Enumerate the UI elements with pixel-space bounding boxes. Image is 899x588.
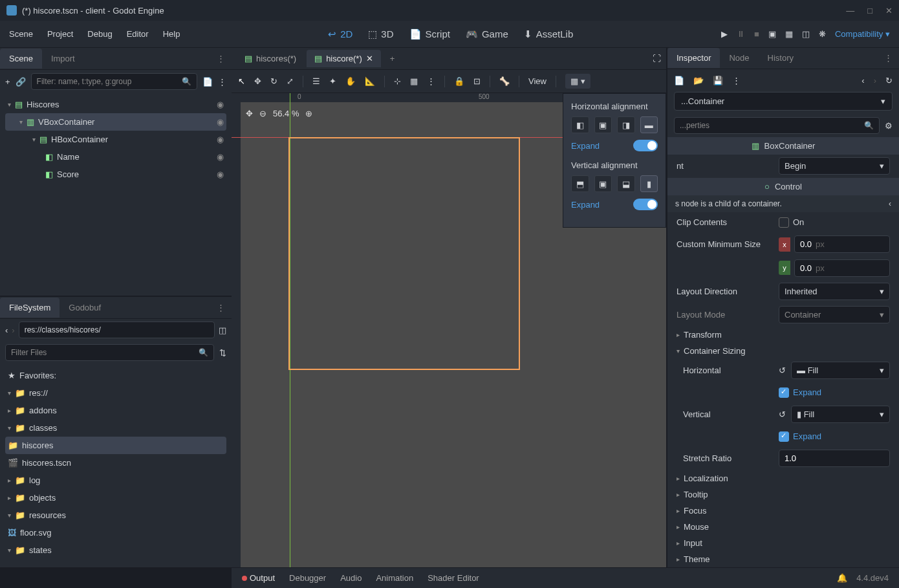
tab-godobuf[interactable]: Godobuf <box>60 298 110 318</box>
workspace-script[interactable]: 📄 Script <box>409 28 450 40</box>
path-input[interactable]: res://classes/hiscores/ <box>19 321 215 338</box>
h-align-center-icon[interactable]: ▣ <box>594 116 612 133</box>
scene-filter-input[interactable]: Filter: name, t:type, g:group🔍 <box>31 73 197 90</box>
bottom-debugger[interactable]: Debugger <box>289 573 326 583</box>
fs-classes[interactable]: ▾📁classes <box>5 419 226 437</box>
menu-project[interactable]: Project <box>47 29 73 39</box>
visibility-icon[interactable]: ◉ <box>217 169 224 179</box>
v-align-center-icon[interactable]: ▣ <box>594 175 612 192</box>
reset-icon[interactable]: ↺ <box>779 365 786 375</box>
grid-icon[interactable]: ▦ <box>410 76 418 86</box>
menu-editor[interactable]: Editor <box>127 29 149 39</box>
min-size-x-input[interactable]: 0.0px <box>794 235 890 253</box>
min-size-y-input[interactable]: 0.0px <box>794 259 890 277</box>
reset-icon[interactable]: ↺ <box>779 409 786 419</box>
insp-more-icon[interactable]: ⋮ <box>732 76 741 85</box>
fs-log[interactable]: ▸📁log <box>5 472 226 489</box>
group-icon[interactable]: ⊡ <box>473 76 481 86</box>
workspace-2d[interactable]: ↩ 2D <box>328 28 352 40</box>
tree-node-hiscores[interactable]: ▾▤Hiscores ◉ <box>5 96 226 113</box>
h-align-left-icon[interactable]: ◧ <box>571 116 589 133</box>
visibility-icon[interactable]: ◉ <box>217 135 224 144</box>
fs-states[interactable]: ▾📁states <box>5 541 226 559</box>
viewport-canvas[interactable]: 0 500 ✥ ⊖ 56.4 % ⊕ Horizontal alignment … <box>232 93 666 567</box>
v-align-fill-icon[interactable]: ▮ <box>640 175 658 192</box>
group-tooltip[interactable]: ▸Tooltip <box>667 486 899 503</box>
bottom-output[interactable]: Output <box>242 573 275 583</box>
more-icon[interactable]: ⋮ <box>218 77 226 87</box>
layout-mode-dropdown[interactable]: Container▾ <box>779 306 890 323</box>
split-icon[interactable]: ◫ <box>219 325 226 335</box>
filter-settings-icon[interactable]: ⚙ <box>885 121 893 131</box>
group-mouse[interactable]: ▸Mouse <box>667 519 899 535</box>
visibility-icon[interactable]: ◉ <box>217 152 224 162</box>
tree-node-name[interactable]: ◧Name ◉ <box>5 148 226 166</box>
link-icon[interactable]: 🔗 <box>16 77 26 87</box>
bottom-animation[interactable]: Animation <box>376 573 413 583</box>
fs-hiscores-tscn[interactable]: 🎬hiscores.tscn <box>5 454 226 472</box>
stop-icon[interactable]: ■ <box>754 29 759 39</box>
sizing-h-dropdown[interactable]: ▬ Fill▾ <box>791 362 890 379</box>
bottom-shader[interactable]: Shader Editor <box>428 573 479 583</box>
history-fwd-icon[interactable]: › <box>874 76 876 85</box>
zoom-out-icon[interactable]: ⊖ <box>259 109 266 118</box>
tab-filesystem[interactable]: FileSystem <box>0 298 60 318</box>
scale-tool-icon[interactable]: ⤢ <box>287 76 294 86</box>
move-tool-icon[interactable]: ✥ <box>254 76 261 86</box>
history-back-icon[interactable]: ‹ <box>861 76 864 85</box>
fs-filter-input[interactable]: Filter Files🔍 <box>5 344 214 361</box>
nav-fwd-icon[interactable]: › <box>12 325 14 335</box>
section-control[interactable]: ○Control <box>667 178 899 195</box>
sort-icon[interactable]: ⇅ <box>219 348 226 358</box>
v-expand-checkbox[interactable] <box>779 431 789 442</box>
selection-rect[interactable] <box>288 137 520 370</box>
new-resource-icon[interactable]: 📄 <box>674 76 684 85</box>
group-container-sizing[interactable]: ▾Container Sizing <box>667 343 899 359</box>
attach-script-icon[interactable]: 📄 <box>202 77 213 87</box>
menu-debug[interactable]: Debug <box>87 29 112 39</box>
workspace-3d[interactable]: ⬚ 3D <box>368 28 393 40</box>
pause-icon[interactable]: ⏸ <box>737 29 745 39</box>
section-boxcontainer[interactable]: ▥BoxContainer <box>667 137 899 155</box>
save-resource-icon[interactable]: 💾 <box>713 76 723 85</box>
node-type-select[interactable]: ...Container▾ <box>674 92 893 111</box>
fullscreen-icon[interactable]: ⛶ <box>653 54 661 63</box>
h-expand-toggle[interactable] <box>633 140 658 151</box>
play-icon[interactable]: ▶ <box>721 29 728 39</box>
tab-inspector[interactable]: Inspector <box>667 48 720 68</box>
file-tab-hiscore[interactable]: ▤hiscore(*)✕ <box>307 50 381 67</box>
anchor-preset-icon[interactable]: ▦ ▾ <box>565 74 590 89</box>
visibility-icon[interactable]: ◉ <box>217 100 224 109</box>
tree-node-hbox[interactable]: ▾▤HBoxContainer ◉ <box>5 131 226 148</box>
camera-icon[interactable]: ◫ <box>802 29 810 39</box>
fs-favorites[interactable]: ★Favorites: <box>5 367 226 384</box>
group-focus[interactable]: ▸Focus <box>667 503 899 519</box>
tab-import[interactable]: Import <box>42 49 84 69</box>
stretch-input[interactable]: 1.0 <box>779 450 890 467</box>
clip-checkbox[interactable] <box>779 217 789 228</box>
lock-icon[interactable]: 🔒 <box>454 76 464 86</box>
visibility-icon[interactable]: ◉ <box>217 117 224 127</box>
fs-floor-svg[interactable]: 🖼floor.svg <box>5 524 226 541</box>
nav-back-icon[interactable]: ‹ <box>5 325 8 335</box>
bottom-audio[interactable]: Audio <box>340 573 362 583</box>
v-align-bottom-icon[interactable]: ⬓ <box>617 175 635 192</box>
new-tab-icon[interactable]: + <box>384 54 402 63</box>
fs-resources[interactable]: ▾📁resources <box>5 506 226 524</box>
v-expand-toggle[interactable] <box>633 199 658 210</box>
fs-addons[interactable]: ▸📁addons <box>5 402 226 419</box>
panel-menu-icon[interactable]: ⋮ <box>878 53 899 63</box>
group-transform[interactable]: ▸Transform <box>667 327 899 343</box>
bell-icon[interactable]: 🔔 <box>837 573 847 583</box>
refresh-icon[interactable]: ↻ <box>885 76 893 85</box>
tab-history[interactable]: History <box>759 48 803 68</box>
lock-select-icon[interactable]: ✦ <box>329 76 336 86</box>
rotate-tool-icon[interactable]: ↻ <box>270 76 277 86</box>
tree-node-score[interactable]: ◧Score ◉ <box>5 166 226 183</box>
remote-icon[interactable]: ▣ <box>768 29 776 39</box>
close-tab-icon[interactable]: ✕ <box>366 54 373 63</box>
workspace-game[interactable]: 🎮 Game <box>466 28 508 40</box>
workspace-assetlib[interactable]: ⬇ AssetLib <box>524 28 574 40</box>
fs-objects[interactable]: ▸📁objects <box>5 489 226 506</box>
h-expand-checkbox[interactable] <box>779 387 789 398</box>
